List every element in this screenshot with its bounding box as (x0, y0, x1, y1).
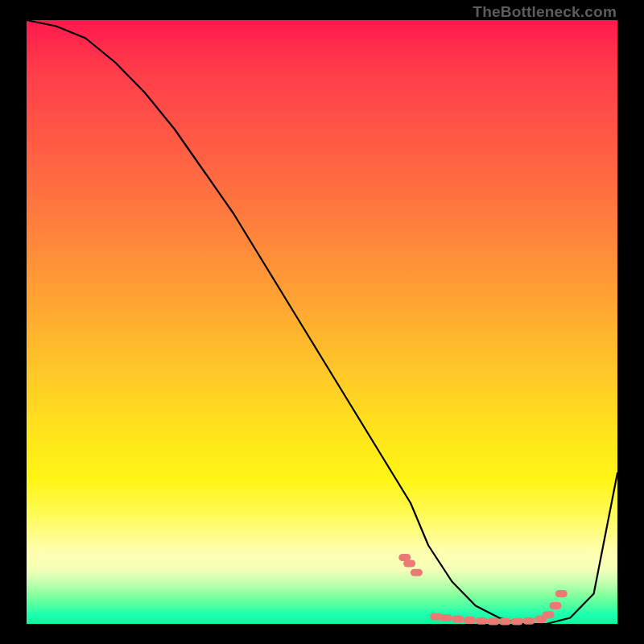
highlight-marker-group (398, 554, 568, 625)
highlight-marker (476, 617, 488, 625)
plot-area (27, 20, 617, 624)
highlight-marker (403, 560, 415, 568)
highlight-marker (511, 618, 523, 625)
highlight-marker (522, 617, 535, 625)
highlight-marker (440, 614, 452, 621)
curve-layer (27, 20, 617, 624)
highlight-marker (464, 617, 476, 624)
highlight-marker (549, 602, 561, 609)
highlight-marker (452, 616, 464, 623)
highlight-marker (555, 590, 568, 597)
bottleneck-curve-path (27, 20, 617, 624)
highlight-marker (487, 618, 499, 625)
highlight-marker (499, 618, 511, 625)
watermark-label: TheBottleneck.com (473, 3, 617, 21)
chart-root: TheBottleneck.com (0, 0, 644, 644)
highlight-marker (411, 569, 423, 576)
highlight-marker (543, 611, 555, 618)
